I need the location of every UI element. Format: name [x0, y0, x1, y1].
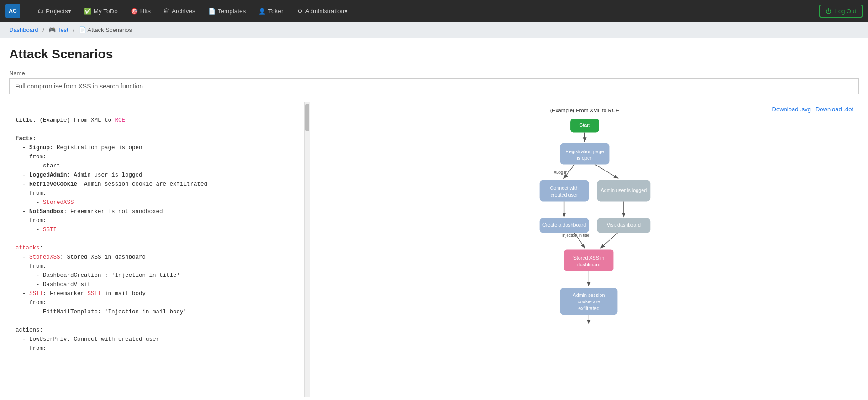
svg-text:cookie are: cookie are: [578, 299, 600, 304]
svg-text:Create a dashboard: Create a dashboard: [542, 222, 586, 228]
diagram-actions: Download .svg Download .dot: [767, 102, 859, 116]
logout-button[interactable]: ⏻ Log Out: [819, 5, 863, 18]
download-dot-link[interactable]: Download .dot: [815, 106, 853, 113]
nav-item-projects[interactable]: 🗂 Projects ▾: [31, 0, 78, 22]
breadcrumb-scenarios-icon: 📄: [79, 26, 86, 33]
editor-code[interactable]: title: (Example) From XML to RCE facts: …: [9, 102, 310, 397]
svg-text:Start: Start: [579, 122, 590, 128]
name-input[interactable]: [9, 78, 859, 94]
breadcrumb-test-icon: 🎮: [48, 26, 56, 33]
nav-item-hits[interactable]: 🎯 Hits: [124, 0, 157, 22]
nav-item-archives[interactable]: 🏛 Archives: [157, 0, 202, 22]
svg-text:Registration page: Registration page: [565, 149, 604, 154]
templates-icon: 📄: [208, 8, 216, 15]
nav-menu: 🗂 Projects ▾ ✅ My ToDo 🎯 Hits 🏛 Archives…: [31, 0, 819, 22]
projects-icon: 🗂: [37, 8, 43, 15]
scrollbar-thumb: [305, 104, 309, 131]
edge-regpage-admin: [595, 165, 617, 178]
breadcrumb-sep1: /: [42, 26, 44, 33]
nav-label-projects: Projects: [46, 8, 68, 15]
hits-icon: 🎯: [131, 8, 138, 15]
main-split: title: (Example) From XML to RCE facts: …: [9, 102, 859, 397]
breadcrumb-test[interactable]: Test: [58, 26, 68, 33]
nav-item-administration[interactable]: ⚙ Administration ▾: [291, 0, 354, 22]
svg-text:created user: created user: [551, 192, 578, 197]
page-title: Attack Scenarios: [9, 47, 859, 62]
breadcrumb-dashboard[interactable]: Dashboard: [9, 26, 38, 33]
brand[interactable]: AC: [5, 4, 22, 18]
nav-item-templates[interactable]: 📄 Templates: [202, 0, 253, 22]
nav-label-hits: Hits: [140, 8, 151, 15]
nav-item-token[interactable]: 👤 Token: [252, 0, 291, 22]
archives-icon: 🏛: [163, 8, 169, 15]
edge-visit-xss: [601, 233, 617, 248]
nav-label-templates: Templates: [218, 8, 246, 15]
nav-label-administration: Administration: [305, 8, 344, 15]
breadcrumb-sep2: /: [73, 26, 74, 33]
logout-icon: ⏻: [826, 8, 831, 15]
nav-label-token: Token: [268, 8, 284, 15]
editor-pane: title: (Example) From XML to RCE facts: …: [9, 102, 310, 397]
admin-icon: ⚙: [297, 8, 303, 15]
nav-label-mytodo: My ToDo: [94, 8, 118, 15]
diagram-pane: Download .svg Download .dot (Example) Fr…: [310, 102, 859, 397]
editor-scrollbar[interactable]: [304, 102, 310, 397]
navbar: AC 🗂 Projects ▾ ✅ My ToDo 🎯 Hits 🏛 Archi…: [0, 0, 868, 22]
diagram-svg: (Example) From XML to RCE Start Registra…: [310, 102, 859, 397]
mytodo-icon: ✅: [84, 8, 91, 15]
svg-text:Admin user is logged: Admin user is logged: [601, 187, 647, 193]
token-icon: 👤: [258, 8, 266, 15]
svg-text:Stored XSS in: Stored XSS in: [573, 255, 605, 260]
svg-text:Admin session: Admin session: [573, 292, 605, 298]
svg-text:Connect with: Connect with: [550, 185, 578, 191]
svg-text:(Example) From XML to RCE: (Example) From XML to RCE: [550, 107, 620, 113]
brand-logo: AC: [5, 4, 20, 18]
breadcrumb-current: Attack Scenarios: [88, 26, 132, 33]
nav-item-mytodo[interactable]: ✅ My ToDo: [78, 0, 124, 22]
nav-label-archives: Archives: [172, 8, 195, 15]
svg-text:dashboard: dashboard: [577, 262, 600, 267]
svg-text:Injection in title: Injection in title: [562, 233, 589, 238]
svg-text:exfiltrated: exfiltrated: [578, 306, 600, 311]
name-label: Name: [9, 70, 859, 77]
svg-text:#Log in: #Log in: [554, 170, 567, 175]
svg-text:is open: is open: [577, 155, 593, 161]
svg-text:Visit dashboard: Visit dashboard: [607, 222, 641, 228]
page-content: Attack Scenarios Name title: (Example) F…: [0, 38, 868, 397]
logout-label: Log Out: [835, 8, 856, 15]
breadcrumb: Dashboard / 🎮 Test / 📄 Attack Scenarios: [0, 22, 868, 38]
download-svg-link[interactable]: Download .svg: [772, 106, 811, 113]
